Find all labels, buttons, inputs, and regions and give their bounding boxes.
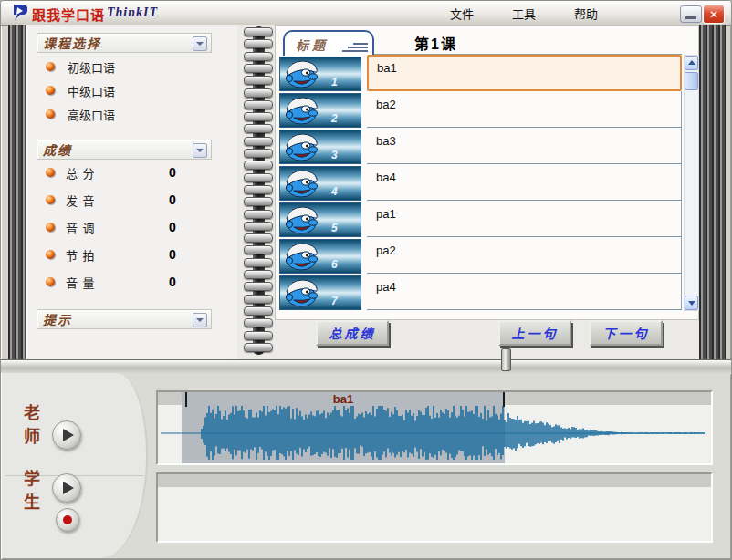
- smurf-avatar-button[interactable]: 3: [279, 130, 361, 164]
- binder-clip: [501, 348, 511, 371]
- scroll-down-button[interactable]: [685, 296, 698, 310]
- scroll-thumb[interactable]: [685, 72, 698, 90]
- sentence-text[interactable]: ba4: [367, 164, 682, 201]
- bullet-icon: [46, 223, 55, 232]
- minimize-button[interactable]: [680, 5, 702, 23]
- sidebar-item-advanced[interactable]: 高级口语: [46, 107, 115, 121]
- score-label: 发 音: [66, 192, 96, 209]
- smurf-avatar-button[interactable]: 6: [279, 239, 361, 274]
- score-label: 总 分: [66, 164, 96, 181]
- sentence-row[interactable]: 2 ba2: [277, 91, 682, 128]
- sentence-row[interactable]: 4 ba4: [277, 164, 682, 201]
- menu-help[interactable]: 帮助: [570, 3, 601, 24]
- page-edge-right: [699, 25, 726, 359]
- collapse-hint-button[interactable]: [193, 313, 207, 327]
- spiral-ring: [244, 173, 273, 182]
- sentence-row[interactable]: 1 ba1: [277, 55, 682, 91]
- menu-file[interactable]: 文件: [446, 3, 477, 24]
- spiral-ring: [244, 76, 273, 85]
- player-left-zone: [2, 373, 148, 558]
- waveform-header-strip: [158, 474, 711, 487]
- score-value: 0: [169, 192, 176, 207]
- collapse-course-button[interactable]: [193, 36, 207, 51]
- lesson-page: 标题 第1课 1 ba1 2 ba2: [275, 25, 699, 320]
- spiral-ring: [244, 318, 273, 327]
- svg-text:4: 4: [330, 185, 338, 198]
- spiral-ring: [244, 52, 273, 61]
- smurf-avatar-button[interactable]: 1: [279, 57, 361, 91]
- spiral-ring: [244, 124, 273, 133]
- score-section-header: 成绩: [37, 140, 212, 160]
- scroll-up-button[interactable]: [685, 56, 698, 70]
- spiral-ring: [244, 210, 273, 219]
- score-row-volume: 音 量 0: [46, 275, 219, 289]
- sentence-text[interactable]: pa2: [367, 237, 682, 274]
- svg-text:6: 6: [331, 258, 338, 271]
- sentence-list: 1 ba1 2 ba2 3 ba3: [277, 55, 682, 310]
- course-label: 初级口语: [68, 58, 115, 76]
- score-value: 0: [169, 220, 176, 234]
- spiral-ring: [244, 185, 273, 194]
- spiral-ring: [244, 295, 273, 304]
- lesson-heading: 第1课: [414, 32, 457, 54]
- total-score-button[interactable]: 总成绩: [316, 320, 389, 346]
- waveform-clip-label: ba1: [182, 392, 505, 406]
- hint-section-header: 提示: [37, 309, 212, 329]
- spiral-ring: [244, 27, 273, 36]
- sentence-row[interactable]: 6 pa2: [277, 237, 682, 274]
- score-value: 0: [169, 247, 176, 262]
- sentence-text[interactable]: ba3: [367, 128, 682, 164]
- teacher-play-button[interactable]: [52, 420, 81, 450]
- spiral-ring: [244, 343, 273, 352]
- bullet-icon: [46, 109, 55, 119]
- spiral-ring: [244, 233, 273, 243]
- window-title-brand: ThinkIT: [107, 5, 158, 20]
- spiral-ring: [244, 100, 273, 109]
- sentence-text[interactable]: pa4: [367, 274, 682, 310]
- sentence-text[interactable]: ba2: [367, 91, 682, 128]
- panel-splitter: [1, 359, 731, 374]
- score-row-tone: 音 调 0: [46, 220, 219, 234]
- bullet-icon: [46, 86, 55, 95]
- spiral-ring: [244, 161, 273, 170]
- previous-sentence-button[interactable]: 上一句: [498, 320, 571, 346]
- sentence-row[interactable]: 3 ba3: [277, 128, 682, 164]
- record-button[interactable]: [56, 508, 79, 532]
- teacher-waveform[interactable]: ba1: [156, 390, 713, 465]
- spiral-ring: [244, 222, 273, 231]
- smurf-avatar-button[interactable]: 7: [279, 275, 361, 310]
- sentence-row[interactable]: 5 pa1: [277, 201, 682, 237]
- student-waveform[interactable]: [156, 472, 713, 543]
- tab-title[interactable]: 标题: [283, 30, 374, 56]
- course-label: 中级口语: [68, 82, 115, 99]
- close-button[interactable]: [703, 5, 725, 24]
- player-panel: 老师 学生 ba1: [2, 373, 730, 558]
- collapse-score-button[interactable]: [193, 143, 207, 158]
- spiral-ring: [244, 137, 273, 146]
- student-play-button[interactable]: [52, 473, 81, 503]
- sentence-row[interactable]: 7 pa4: [277, 274, 682, 310]
- score-section-title: 成绩: [43, 140, 72, 159]
- sidebar-item-intermediate[interactable]: 中级口语: [46, 83, 115, 98]
- smurf-avatar-button[interactable]: 5: [279, 202, 361, 237]
- spiral-ring: [244, 64, 273, 73]
- next-sentence-button[interactable]: 下一句: [590, 320, 663, 346]
- score-value: 0: [169, 165, 176, 180]
- bullet-icon: [46, 168, 55, 177]
- sentence-text[interactable]: pa1: [367, 201, 682, 237]
- student-label: 学生: [18, 470, 42, 517]
- menu-tools[interactable]: 工具: [508, 3, 539, 24]
- sentence-text[interactable]: ba1: [367, 55, 682, 91]
- svg-text:5: 5: [331, 222, 338, 234]
- scrollbar[interactable]: [684, 55, 699, 311]
- sidebar-item-beginner[interactable]: 初级口语: [46, 59, 115, 74]
- spiral-ring: [244, 258, 273, 267]
- score-row-rhythm: 节 拍 0: [46, 247, 219, 262]
- smurf-avatar-button[interactable]: 4: [279, 166, 361, 201]
- bullet-icon: [46, 250, 55, 259]
- smurf-avatar-button[interactable]: 2: [279, 93, 361, 128]
- spiral-ring: [244, 112, 273, 121]
- spiral-ring: [244, 39, 273, 48]
- app-logo-icon: [10, 4, 27, 21]
- course-section-header: 课程选择: [37, 33, 212, 53]
